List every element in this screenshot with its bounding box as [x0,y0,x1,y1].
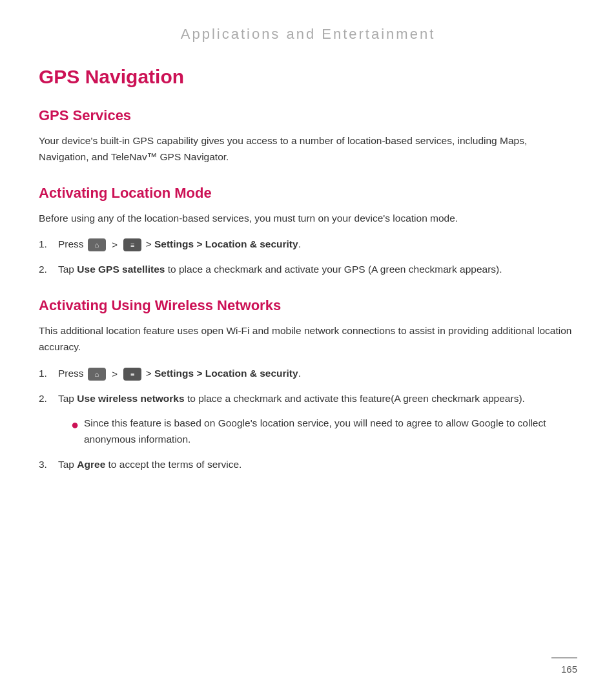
chapter-header: Applications and Entertainment [39,26,577,43]
wireless-step-number-2: 2. [39,391,58,407]
step-2-content: Tap Use GPS satellites to place a checkm… [58,262,577,278]
wireless-step-2: 2. Tap Use wireless networks to place a … [39,391,577,407]
chapter-title: Applications and Entertainment [181,26,436,42]
page-container: Applications and Entertainment GPS Navig… [0,0,616,694]
wireless-step-3-content: Tap Agree to accept the terms of service… [58,457,577,473]
bullet-content-1: Since this feature is based on Google's … [84,415,577,448]
step-2-bold: Use GPS satellites [77,264,165,275]
arrow-1: > [112,239,118,250]
wireless-step-number-3: 3. [39,457,58,473]
location-mode-steps: 1. Press ⌂ > ≡ > Settings > Location & s… [39,237,577,278]
activating-location-mode-title: Activating Location Mode [39,185,577,202]
step-1-suffix: > Settings > Location & security. [146,238,301,249]
home-icon: ⌂ [88,238,106,251]
wireless-step-3: 3. Tap Agree to accept the terms of serv… [39,457,577,473]
wireless-step-number-1: 1. [39,366,58,382]
gps-services-title: GPS Services [39,107,577,124]
step-number-1: 1. [39,237,58,253]
gps-services-body: Your device's built-in GPS capability gi… [39,133,577,165]
step-1-content: Press ⌂ > ≡ > Settings > Location & secu… [58,237,577,253]
activating-wireless-body: This additional location feature uses op… [39,323,577,355]
wireless-step-2-content: Tap Use wireless networks to place a che… [58,391,577,407]
activating-location-mode-body: Before using any of the location-based s… [39,211,577,227]
wireless-step-2-bold: Use wireless networks [77,393,184,404]
activating-wireless-title: Activating Using Wireless Networks [39,297,577,314]
menu-icon: ≡ [123,238,141,251]
wireless-step-1: 1. Press ⌂ > ≡ > Settings > Location & s… [39,366,577,382]
location-step-2: 2. Tap Use GPS satellites to place a che… [39,262,577,278]
wireless-step-1-suffix: > Settings > Location & security. [146,368,301,379]
wireless-menu-icon: ≡ [123,368,141,381]
bullet-dot-1: ● [71,415,84,434]
wireless-step-1-content: Press ⌂ > ≡ > Settings > Location & secu… [58,366,577,382]
main-section-title: GPS Navigation [39,66,577,88]
page-number: 165 [561,664,577,675]
location-step-1: 1. Press ⌂ > ≡ > Settings > Location & s… [39,237,577,253]
step-number-2: 2. [39,262,58,278]
wireless-bullets: ● Since this feature is based on Google'… [71,415,577,448]
wireless-step-3-bold: Agree [77,459,105,470]
bullet-item-1: ● Since this feature is based on Google'… [71,415,577,448]
wireless-step-3-container: 3. Tap Agree to accept the terms of serv… [39,457,577,473]
wireless-arrow-1: > [112,368,118,379]
wireless-home-icon: ⌂ [88,368,106,381]
wireless-steps: 1. Press ⌂ > ≡ > Settings > Location & s… [39,366,577,407]
page-divider [551,657,577,658]
